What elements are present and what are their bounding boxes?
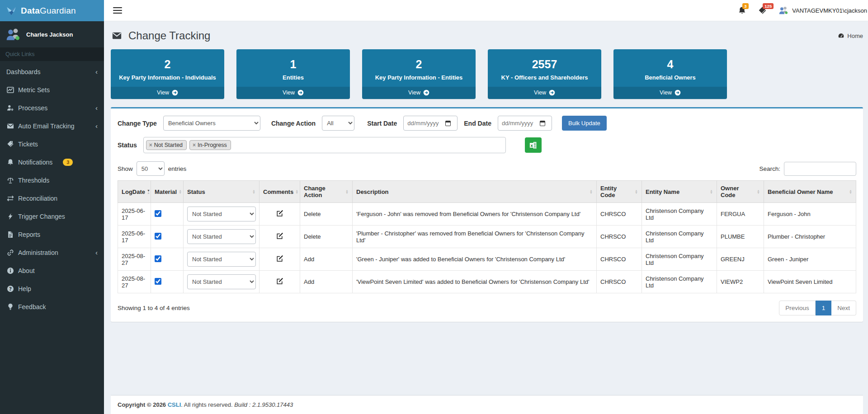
scales-icon <box>6 177 14 184</box>
column-header-entity-name[interactable]: Entity Name▲▼ <box>642 181 717 203</box>
sidebar-item-administration[interactable]: Administration ‹ <box>0 244 104 262</box>
column-header-owner-code[interactable]: Owner Code▲▼ <box>717 181 764 203</box>
sidebar-item-tickets[interactable]: Tickets <box>0 135 104 153</box>
column-header-status[interactable]: Status▲▼ <box>184 181 259 203</box>
status-multiselect[interactable]: × Not Started × In-Progress <box>143 137 506 153</box>
edit-comment-icon[interactable] <box>276 278 283 285</box>
export-excel-button[interactable] <box>525 137 542 153</box>
user-panel[interactable]: Charles Jackson <box>0 21 104 47</box>
sidebar-item-label: Reports <box>18 231 40 238</box>
row-status-select[interactable]: Not Started <box>187 229 256 244</box>
excel-file-icon <box>529 141 538 150</box>
previous-page-button[interactable]: Previous <box>779 301 816 315</box>
end-date-input[interactable] <box>502 120 537 127</box>
page-1-button[interactable]: 1 <box>816 301 832 315</box>
column-header-description[interactable]: Description▲▼ <box>353 181 597 203</box>
breadcrumb-home[interactable]: Home <box>838 33 863 39</box>
search-input[interactable] <box>784 162 856 176</box>
cell-comments <box>259 203 300 226</box>
calendar-icon[interactable] <box>540 121 545 126</box>
sidebar-item-processes[interactable]: Processes ‹ <box>0 99 104 117</box>
pagination: Previous 1 Next <box>779 301 856 315</box>
card-view-link[interactable]: View <box>613 87 727 99</box>
edit-comment-icon[interactable] <box>276 210 283 217</box>
view-label: View <box>534 89 546 96</box>
tags-icon <box>6 141 14 148</box>
status-tag: × In-Progress <box>189 140 231 150</box>
file-icon <box>6 231 14 238</box>
rights-text: . All rights reserved. <box>181 401 232 408</box>
remove-tag-icon[interactable]: × <box>149 142 152 148</box>
sidebar-item-feedback[interactable]: Feedback <box>0 298 104 316</box>
sidebar-item-about[interactable]: About <box>0 262 104 280</box>
cell-comments <box>259 248 300 271</box>
sidebar-item-trigger-changes[interactable]: Trigger Changes <box>0 207 104 226</box>
arrow-circle-right-icon <box>549 89 555 96</box>
page-size-select[interactable]: 50 <box>137 161 165 176</box>
page-footer: Copyright © 2026 CSLI. All rights reserv… <box>111 395 863 414</box>
material-checkbox[interactable] <box>155 278 161 285</box>
sidebar-item-reconciliation[interactable]: Reconciliation <box>0 189 104 207</box>
material-checkbox[interactable] <box>155 210 161 217</box>
status-tag: × Not Started <box>146 140 187 150</box>
company-link[interactable]: CSLI <box>168 401 181 408</box>
sidebar-item-label: Thresholds <box>18 177 49 184</box>
table-row: 2025-08-27 Not Started Add 'Green - Juni… <box>118 248 856 271</box>
column-header-logdate[interactable]: LogDate▼▲ <box>118 181 151 203</box>
status-tag-label: Not Started <box>154 142 183 148</box>
change-action-select[interactable]: All <box>322 116 354 131</box>
cell-change-action: Add <box>300 271 353 293</box>
material-checkbox[interactable] <box>155 233 161 240</box>
next-page-button[interactable]: Next <box>831 301 856 315</box>
card-view-link[interactable]: View <box>236 87 350 99</box>
sidebar-menu: Dashboards ‹ Metric Sets Processes ‹ Aut… <box>0 61 104 414</box>
row-status-select[interactable]: Not Started <box>187 252 256 267</box>
start-date-label: Start Date <box>367 120 397 127</box>
column-header-change-action[interactable]: Change Action▲▼ <box>300 181 353 203</box>
sidebar-item-notifications[interactable]: Notifications 3 <box>0 153 104 171</box>
sidebar-item-auto-email-tracking[interactable]: Auto Email Tracking ‹ <box>0 117 104 135</box>
card-view-link[interactable]: View <box>488 87 601 99</box>
user-menu[interactable]: VANTAGEVMKY01\cjackson <box>778 5 867 15</box>
column-header-material[interactable]: Material▲▼ <box>151 181 184 203</box>
column-header-beneficial-owner-name[interactable]: Beneficial Owner Name▲▼ <box>764 181 856 203</box>
row-status-select[interactable]: Not Started <box>187 207 256 221</box>
cell-material <box>151 248 184 271</box>
table-row: 2025-06-17 Not Started Delete 'Ferguson … <box>118 203 856 226</box>
swap-arrows-icon <box>6 195 14 202</box>
sidebar-item-metric-sets[interactable]: Metric Sets <box>0 81 104 99</box>
notifications-count-badge: 3 <box>63 159 73 166</box>
change-type-select[interactable]: Beneficial Owners <box>163 116 260 131</box>
edit-comment-icon[interactable] <box>276 255 283 262</box>
column-header-entity-code[interactable]: Entity Code▲▼ <box>597 181 642 203</box>
card-label: Key Party Information - Individuals <box>115 74 220 81</box>
material-checkbox[interactable] <box>155 255 161 262</box>
row-status-select[interactable]: Not Started <box>187 274 256 289</box>
remove-tag-icon[interactable]: × <box>193 142 196 148</box>
card-view-link[interactable]: View <box>111 87 224 99</box>
edit-comment-icon[interactable] <box>276 232 283 240</box>
sidebar-item-help[interactable]: Help <box>0 280 104 298</box>
card-label: Entities <box>279 74 307 81</box>
app-logo[interactable]: DataGuardian <box>0 0 104 21</box>
question-icon <box>6 285 14 292</box>
sidebar-item-dashboards[interactable]: Dashboards ‹ <box>0 63 104 81</box>
calendar-icon[interactable] <box>445 121 451 126</box>
notifications-bell-icon[interactable]: 3 <box>738 6 746 15</box>
tags-count-badge: 125 <box>763 3 774 9</box>
arrow-circle-right-icon <box>675 89 681 96</box>
column-header-comments[interactable]: Comments▲▼ <box>259 181 300 203</box>
cell-change-action: Delete <box>300 203 353 226</box>
cell-owner-name: ViewPoint Seven Limited <box>764 271 856 293</box>
bulk-update-button[interactable]: Bulk Update <box>562 116 607 131</box>
chevron-left-icon: ‹ <box>95 70 98 74</box>
cell-entity-name: Christenson Company Ltd <box>642 203 717 226</box>
sidebar-item-reports[interactable]: Reports <box>0 226 104 244</box>
start-date-input[interactable] <box>407 120 443 127</box>
sidebar-toggle-icon[interactable] <box>113 7 122 14</box>
end-date-label: End Date <box>464 120 491 127</box>
card-view-link[interactable]: View <box>362 87 476 99</box>
tickets-tags-icon[interactable]: 125 <box>758 6 767 15</box>
table-header-row: LogDate▼▲ Material▲▼ Status▲▼ Comments▲▼… <box>118 181 856 203</box>
sidebar-item-thresholds[interactable]: Thresholds <box>0 171 104 189</box>
